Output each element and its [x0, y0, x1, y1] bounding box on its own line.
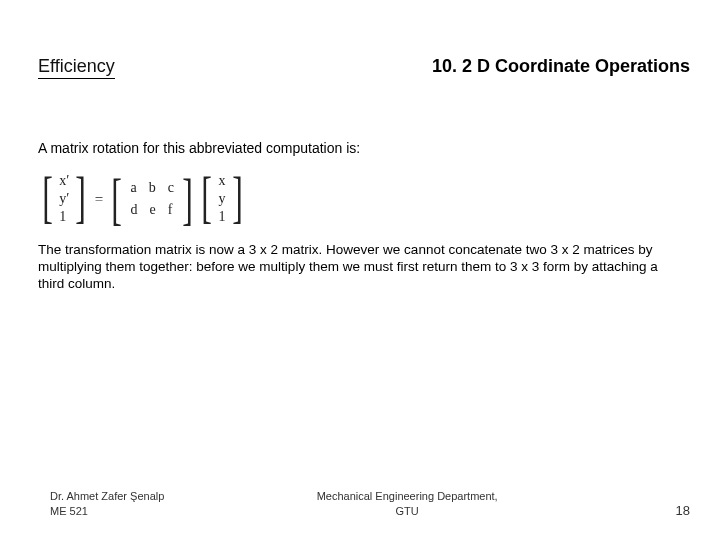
lhs-0: x′	[59, 172, 69, 190]
matrix-equation: [ x′ y′ 1 ] = [ a b c d	[38, 168, 247, 230]
m-r2c1: d	[131, 202, 138, 218]
bracket-icon: ]	[182, 170, 193, 228]
rhs-2: 1	[219, 208, 226, 226]
slide-footer: Dr. Ahmet Zafer Şenalp ME 521 Mechanical…	[0, 489, 720, 518]
lhs-2: 1	[59, 208, 69, 226]
body-paragraph: The transformation matrix is now a 3 x 2…	[38, 242, 680, 293]
rhs-0: x	[219, 172, 226, 190]
intro-text: A matrix rotation for this abbreviated c…	[38, 140, 690, 156]
footer-dept: Mechanical Engineering Department,	[164, 489, 650, 503]
rhs-1: y	[219, 190, 226, 208]
bracket-icon: ]	[232, 168, 243, 230]
m-r2c3: f	[168, 202, 173, 218]
footer-author: Dr. Ahmet Zafer Şenalp	[50, 489, 164, 503]
footer-course: ME 521	[50, 504, 164, 518]
m-r2c2: e	[150, 202, 156, 218]
m-r1c3: c	[168, 180, 174, 196]
bracket-icon: [	[112, 170, 123, 228]
slide-topic-left: Efficiency	[38, 56, 115, 79]
page-number: 18	[650, 503, 690, 518]
bracket-icon: [	[202, 168, 213, 230]
slide-topic-right: 10. 2 D Coordinate Operations	[432, 56, 690, 77]
equals-sign: =	[95, 191, 103, 208]
m-r1c1: a	[131, 180, 137, 196]
footer-uni: GTU	[164, 504, 650, 518]
bracket-icon: ]	[76, 168, 87, 230]
lhs-1: y′	[59, 190, 69, 208]
bracket-icon: [	[42, 168, 53, 230]
m-r1c2: b	[149, 180, 156, 196]
